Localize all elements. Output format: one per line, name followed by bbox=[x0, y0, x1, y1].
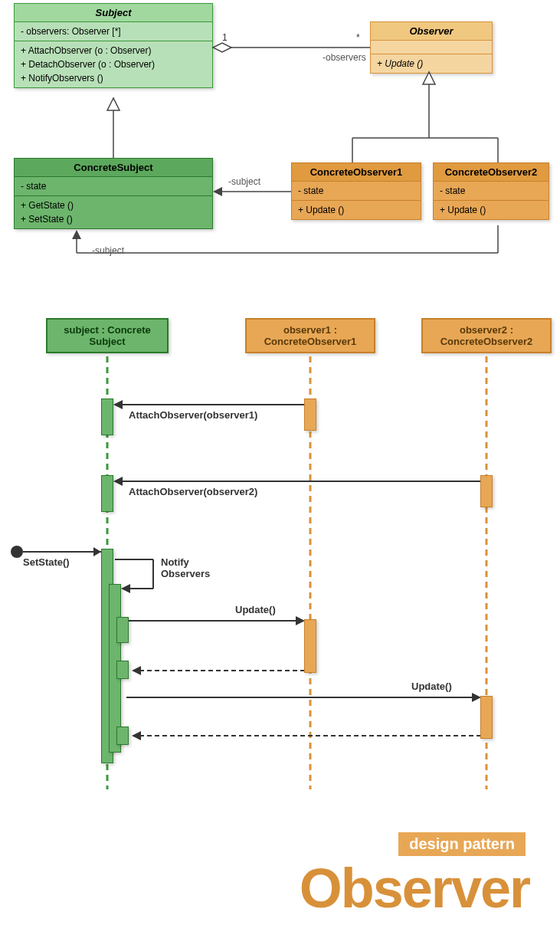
svg-marker-15 bbox=[72, 230, 81, 239]
activation bbox=[304, 619, 316, 673]
msg-attach2: AttachObserver(observer2) bbox=[129, 486, 257, 497]
svg-marker-36 bbox=[132, 731, 141, 740]
op: + Update () bbox=[440, 203, 542, 217]
role-observers: -observers bbox=[323, 52, 366, 63]
class-subject: Subject - observers: Observer [*] + Atta… bbox=[14, 3, 213, 88]
svg-marker-28 bbox=[121, 584, 130, 593]
msg-setstate: SetState() bbox=[23, 556, 70, 568]
mult-star: * bbox=[356, 32, 360, 43]
activation bbox=[116, 617, 129, 643]
attr: - state bbox=[440, 184, 542, 198]
lifeline-observer1-label: observer1 : ConcreteObserver1 bbox=[264, 324, 357, 347]
subtitle: design pattern bbox=[398, 832, 526, 856]
op: + AttachObserver (o : Observer) bbox=[21, 44, 206, 57]
attr: - state bbox=[21, 179, 206, 193]
diagram-canvas: Subject - observers: Observer [*] + Atta… bbox=[0, 0, 560, 948]
svg-marker-11 bbox=[213, 187, 222, 196]
activation bbox=[480, 696, 493, 739]
lifeline-observer2-label: observer2 : ConcreteObserver2 bbox=[440, 324, 533, 347]
class-concrete-observer1: ConcreteObserver1 - state + Update () bbox=[291, 162, 421, 220]
activation bbox=[101, 475, 113, 512]
activation bbox=[480, 475, 493, 507]
activation bbox=[101, 399, 113, 435]
op: + Update () bbox=[377, 57, 486, 71]
svg-marker-24 bbox=[93, 547, 101, 556]
op: + GetState () bbox=[21, 198, 206, 212]
lifeline-observer2: observer2 : ConcreteObserver2 bbox=[421, 318, 552, 353]
op: + DetachObserver (o : Observer) bbox=[21, 57, 206, 71]
msg-update2: Update() bbox=[411, 681, 452, 692]
op: + NotifyObservers () bbox=[21, 71, 206, 85]
start-node-icon bbox=[11, 546, 23, 558]
role-subject2: -subject bbox=[92, 245, 124, 256]
attr: - observers: Observer [*] bbox=[21, 25, 206, 38]
class-concrete-observer2: ConcreteObserver2 - state + Update () bbox=[433, 162, 549, 220]
mult-1: 1 bbox=[222, 32, 228, 43]
class-observer-title: Observer bbox=[371, 22, 492, 41]
class-concrete-subject: ConcreteSubject - state + GetState () + … bbox=[14, 158, 213, 229]
svg-marker-20 bbox=[113, 400, 123, 409]
activation bbox=[116, 727, 129, 745]
lifeline-subject-label: subject : Concrete Subject bbox=[64, 324, 150, 347]
msg-attach1: AttachObserver(observer1) bbox=[129, 409, 257, 421]
attr: - state bbox=[298, 184, 414, 198]
op: + Update () bbox=[298, 203, 414, 217]
activation bbox=[116, 661, 129, 679]
title: ConcreteObserver1 bbox=[292, 163, 421, 182]
class-subject-title: Subject bbox=[15, 4, 212, 22]
msg-update1: Update() bbox=[235, 604, 276, 615]
msg-notify: Notify Observers bbox=[161, 556, 222, 579]
svg-marker-32 bbox=[132, 666, 141, 675]
main-title: Observer bbox=[300, 857, 529, 920]
lifeline-subject: subject : Concrete Subject bbox=[46, 318, 169, 353]
class-concrete-subject-title: ConcreteSubject bbox=[15, 159, 212, 177]
op: + SetState () bbox=[21, 212, 206, 226]
class-observer: Observer + Update () bbox=[370, 21, 493, 74]
activation bbox=[304, 399, 316, 431]
role-subject1: -subject bbox=[228, 176, 260, 187]
svg-marker-22 bbox=[113, 477, 123, 486]
sequence-svg bbox=[0, 0, 560, 843]
svg-marker-5 bbox=[423, 72, 435, 84]
svg-marker-3 bbox=[107, 98, 120, 110]
svg-marker-1 bbox=[213, 43, 231, 52]
title: ConcreteObserver2 bbox=[434, 163, 549, 182]
lifeline-observer1: observer1 : ConcreteObserver1 bbox=[245, 318, 375, 353]
